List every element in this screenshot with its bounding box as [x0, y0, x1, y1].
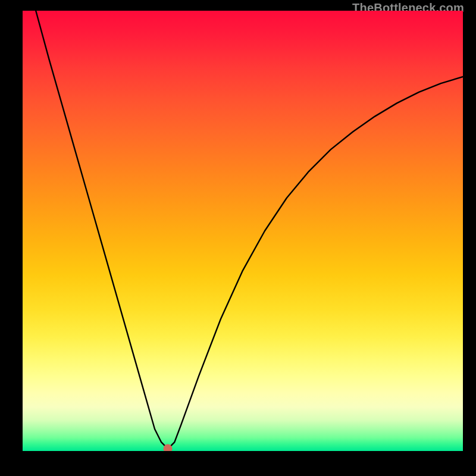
plot-area [23, 11, 463, 451]
minimum-marker [164, 444, 173, 451]
chart-stage: TheBottleneck.com [0, 0, 476, 476]
bottleneck-curve [23, 11, 463, 451]
curve-path [36, 11, 463, 449]
